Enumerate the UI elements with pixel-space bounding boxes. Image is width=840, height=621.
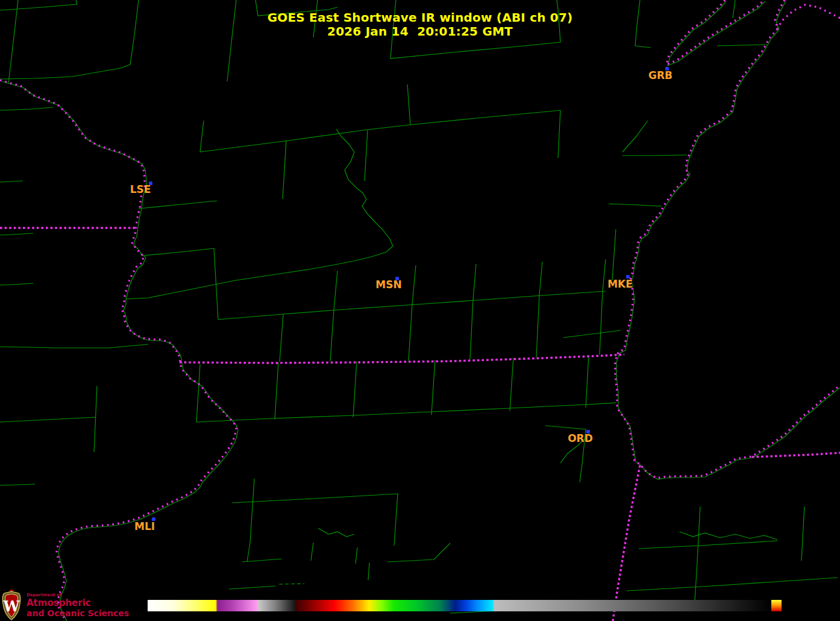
station-label-grb: GRB [648,69,672,81]
county-lines-south [229,479,838,613]
station-label-mli: MLI [134,520,155,532]
map-svg [0,0,840,621]
logo-text: Department of Atmospheric and Oceanic Sc… [27,593,129,617]
logo-dept-line: Department of [27,593,129,597]
indiana-michigan-border [752,453,840,457]
satellite-image-viewer: GOES East Shortwave IR window (ABI ch 07… [0,0,840,621]
county-line-dashed-segment [279,584,304,584]
mississippi-riverbank-green [2,81,238,621]
county-lines-north [139,0,767,338]
logo-line1: Atmospheric [27,599,129,608]
colorbar [148,600,771,611]
county-lines-west [0,0,148,485]
colorbar-end-cap [771,600,782,611]
title-line2: 2026 Jan 14 20:01:25 GMT [0,25,840,39]
wisconsin-illinois-border [180,355,624,363]
county-lines-center [142,248,606,362]
station-label-lse: LSE [130,183,151,195]
station-label-mke: MKE [607,278,633,290]
title-line1: GOES East Shortwave IR window (ABI ch 07… [0,11,840,25]
logo-line2: and Oceanic Sciences [27,609,129,617]
wisconsin-river [126,129,393,299]
illinois-indiana-border [613,465,640,621]
state-borders-and-shorelines [0,0,840,621]
mississippi-river-dotted [0,80,236,620]
uw-aos-logo: W Department of Atmospheric and Oceanic … [1,590,129,621]
station-label-msn: MSN [375,279,401,291]
county-lines [0,0,840,621]
svg-text:W: W [3,597,20,615]
uw-crest-icon: W [1,590,22,621]
image-title: GOES East Shortwave IR window (ABI ch 07… [0,11,840,39]
station-label-ord: ORD [568,432,593,444]
county-lines-illinois [196,355,616,482]
